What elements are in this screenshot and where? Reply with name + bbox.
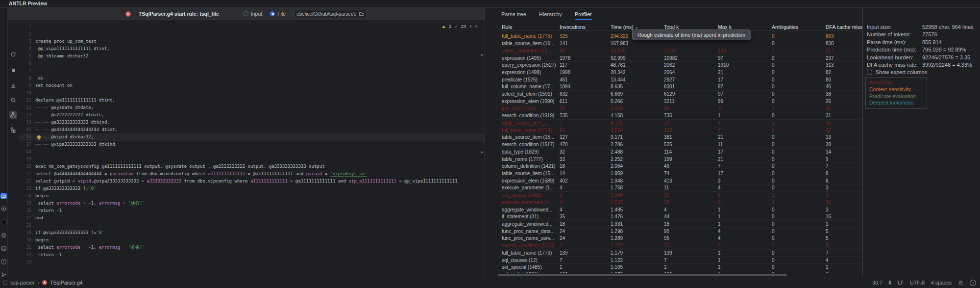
profiler-row[interactable]: set_special (1485)11.1051101 bbox=[498, 264, 863, 271]
col-max-k[interactable]: Max k bbox=[718, 24, 772, 30]
profiler-row[interactable]: aggregate_windowed...41.4954103 bbox=[498, 206, 863, 213]
profiler-row[interactable]: table_name (1777)332.2521992109 bbox=[498, 156, 863, 163]
profiler-row[interactable]: sql_clauses (12)71.1227104 bbox=[498, 257, 863, 264]
terminal-tool-button[interactable] bbox=[0, 245, 7, 252]
profiler-row[interactable]: table_source_item (16...141167.9830830 bbox=[498, 40, 863, 48]
profiler-row[interactable]: search_condition (1518)31.22215518 bbox=[498, 242, 863, 250]
problems-tool-button[interactable]: ! bbox=[0, 259, 7, 265]
profiler-row[interactable]: aggregate_windowed...181.33118101 bbox=[498, 221, 863, 228]
notifications-icon[interactable]: i bbox=[970, 280, 976, 286]
cell: 0 bbox=[772, 250, 826, 256]
file-radio[interactable]: File bbox=[270, 11, 286, 17]
profiler-row[interactable]: predicate (1525)46113.444292717080 bbox=[498, 76, 863, 83]
indent-setting[interactable]: 4 spaces bbox=[931, 280, 952, 286]
profiler-row[interactable]: table_source_item (15...141.959741708 bbox=[498, 170, 863, 178]
preview-icon-rail bbox=[8, 20, 19, 277]
breadcrumb-file[interactable]: TSqlParser.g4 bbox=[50, 280, 83, 286]
profiler-table: Rule Invocations Time (ms)∨ Total k Max … bbox=[498, 23, 863, 276]
profiler-row[interactable]: expression_elem (1589)4021.948413308 bbox=[498, 177, 863, 184]
intention-bulb-icon[interactable] bbox=[37, 135, 41, 139]
cell: 0 bbox=[772, 207, 826, 212]
profiler-row[interactable]: join_part (1546)294.8769611140 bbox=[498, 105, 863, 112]
preview-toolbar: A TSqlParser.g4 start rule: tsql_file In… bbox=[8, 8, 485, 20]
col-dfa-cache-miss[interactable]: DFA cache miss bbox=[826, 24, 863, 30]
cell: 24 bbox=[560, 236, 611, 241]
cell: 7 bbox=[664, 258, 718, 263]
cell: 3211 bbox=[664, 99, 718, 104]
breadcrumb-project[interactable]: tsql-parser bbox=[10, 280, 35, 286]
hierarchy-view-button[interactable] bbox=[9, 111, 17, 119]
cell: 63.545 bbox=[611, 48, 664, 53]
cell: 95 bbox=[664, 236, 718, 241]
profiler-row[interactable]: data_type (1829)322.48811417014 bbox=[498, 149, 863, 156]
profiler-row[interactable]: expression_elem (1590)6115.266321199026 bbox=[498, 98, 863, 105]
profiler-row[interactable]: query_expression (1527)11748.76120621910… bbox=[498, 62, 863, 69]
profiler-row[interactable]: select_list (1581)6321.073632106 bbox=[498, 271, 863, 273]
profiler-row[interactable]: full_table_name (1773)1391.179139107 bbox=[498, 250, 863, 257]
profiler-row[interactable]: select_statement (15...9863.545217614415… bbox=[498, 47, 863, 54]
cell: full_table_name (1775) bbox=[502, 33, 560, 39]
profiler-row[interactable]: set_special (1483)11.64816519 bbox=[498, 192, 863, 199]
cell: 2.252 bbox=[611, 157, 664, 162]
legend-item: Context-sensitivity bbox=[869, 86, 923, 93]
col-rule[interactable]: Rule bbox=[502, 24, 560, 30]
profiler-row[interactable]: full_table_name (1774)613.6341327142 bbox=[498, 127, 863, 134]
profiler-row[interactable]: search_condition (1517)4702.78652511030 bbox=[498, 141, 863, 149]
refresh-button[interactable] bbox=[9, 51, 17, 58]
table-horizontal-scrollbar[interactable] bbox=[498, 274, 787, 276]
prev-issue-chevron-icon[interactable]: ∧ bbox=[469, 24, 472, 28]
run-tool-button[interactable] bbox=[0, 206, 7, 212]
inspection-widget[interactable]: ▲ 2 ✓ 23 ∧ ∨ bbox=[441, 24, 478, 29]
file-encoding[interactable]: UTF-8 bbox=[910, 280, 925, 286]
profiler-row[interactable]: search_condition (1519)7354.1587351031 bbox=[498, 112, 863, 120]
profiler-row[interactable]: table_source_item (15...1273.17138121013 bbox=[498, 134, 863, 141]
show-whitespace-icon[interactable]: ¶ bbox=[889, 280, 891, 286]
col-total-k[interactable]: Total k bbox=[664, 24, 718, 30]
cell: 0 bbox=[772, 84, 826, 89]
error-stripe-mark[interactable] bbox=[481, 152, 483, 153]
line-ending[interactable]: LF bbox=[898, 280, 904, 286]
commit-tool-button[interactable] bbox=[0, 219, 7, 225]
cell: 2.786 bbox=[611, 142, 664, 147]
export-button[interactable] bbox=[9, 82, 17, 90]
cell: 7 bbox=[826, 250, 863, 256]
search-button[interactable] bbox=[9, 96, 17, 104]
col-ambiguities[interactable]: Ambiguities bbox=[772, 24, 826, 30]
cell: 1 bbox=[772, 120, 826, 126]
profiler-row[interactable]: execute_statement (4...41.532389116 bbox=[498, 199, 863, 207]
profiler-row[interactable]: full_column_name (17...10948.63583019704… bbox=[498, 83, 863, 91]
tab-hierarchy[interactable]: Hierarchy bbox=[539, 8, 562, 20]
project-tool-button[interactable] bbox=[0, 193, 7, 199]
profiler-row[interactable]: table_source_item_j...74.101294118 bbox=[498, 120, 863, 127]
folder-icon[interactable] bbox=[359, 11, 364, 16]
services-tool-button[interactable] bbox=[0, 232, 7, 238]
profiler-row[interactable]: func_proc_name_serv...241.28995405 bbox=[498, 235, 863, 242]
cell: 38 bbox=[826, 91, 863, 97]
test-file-path-input[interactable]: ebelice/Github/tsql-parser/examples/big.… bbox=[294, 10, 367, 18]
profiler-row[interactable]: execute_parameter (1...41.75811403 bbox=[498, 184, 863, 192]
error-stripe-mark[interactable] bbox=[481, 54, 483, 55]
project-window-icon[interactable] bbox=[3, 281, 7, 285]
col-invocations[interactable]: Invocations bbox=[560, 24, 611, 30]
cell: 97 bbox=[718, 84, 772, 89]
profiler-row[interactable]: func_proc_name_data...241.29895405 bbox=[498, 228, 863, 235]
profiler-row[interactable]: select_list_elem (1592)6326.669612997038 bbox=[498, 91, 863, 98]
profiler-row[interactable]: expression (1495)197852.99910982970237 bbox=[498, 54, 863, 62]
tab-profiler[interactable]: Profiler bbox=[575, 8, 592, 20]
stop-button[interactable] bbox=[9, 66, 17, 74]
panel-title-bar: ANTLR Preview bbox=[0, 0, 980, 8]
profiler-row[interactable]: column_definition (1421)182.06449707 bbox=[498, 163, 863, 170]
cell: 2.064 bbox=[611, 163, 664, 169]
caret-position[interactable]: 30:7 bbox=[872, 280, 882, 286]
cell: 1978 bbox=[560, 55, 611, 61]
code-editor[interactable]: 123create proc up_com_test4 @p_vipa11111… bbox=[19, 20, 485, 277]
input-radio[interactable]: Input bbox=[244, 11, 262, 17]
profiler-row[interactable]: expression (1498)199820.342206421082 bbox=[498, 69, 863, 77]
col-time[interactable]: Time (ms)∨ bbox=[611, 24, 664, 30]
tree-view-button[interactable] bbox=[9, 126, 17, 134]
next-issue-chevron-icon[interactable]: ∨ bbox=[475, 24, 478, 28]
tab-parse-tree[interactable]: Parse tree bbox=[501, 8, 526, 20]
profiler-row[interactable]: if_statement (31)351.476441015 bbox=[498, 213, 863, 221]
lock-icon[interactable] bbox=[958, 280, 963, 286]
show-expert-columns-checkbox[interactable]: Show expert columns bbox=[867, 69, 927, 75]
